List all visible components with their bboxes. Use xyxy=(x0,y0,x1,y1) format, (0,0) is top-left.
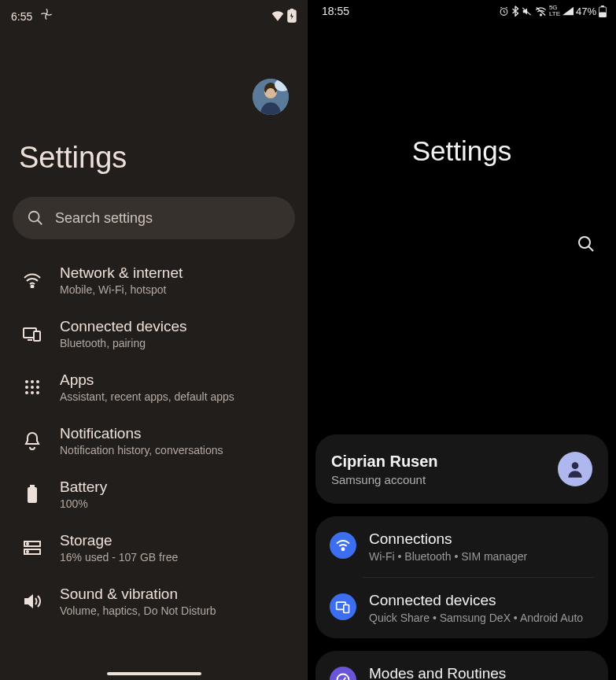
item-subtitle: Notification history, conversations xyxy=(60,444,223,456)
settings-item-connected-devices[interactable]: Connected devices Bluetooth, pairing xyxy=(0,307,308,360)
wifi-icon xyxy=(271,10,284,21)
svg-point-12 xyxy=(25,386,28,389)
status-time: 18:55 xyxy=(322,5,349,17)
item-label: Connections xyxy=(369,530,527,548)
battery-charging-icon xyxy=(287,9,297,23)
svg-point-23 xyxy=(27,551,28,552)
svg-rect-27 xyxy=(599,12,606,17)
settings-item-connected-devices[interactable]: Connected devices Quick Share • Samsung … xyxy=(315,578,608,638)
item-label: Sound & vibration xyxy=(60,586,216,603)
bluetooth-icon xyxy=(511,6,519,17)
settings-item-apps[interactable]: Apps Assistant, recent apps, default app… xyxy=(0,360,308,414)
item-subtitle: 100% xyxy=(60,497,107,510)
nav-bar-handle[interactable] xyxy=(107,672,201,675)
pixel-settings-screen: 6:55 Settings Search settings Network & … xyxy=(0,0,308,680)
item-subtitle: Quick Share • Samsung DeX • Android Auto xyxy=(369,612,583,624)
item-subtitle: 16% used - 107 GB free xyxy=(60,551,178,564)
svg-point-13 xyxy=(31,386,34,389)
battery-icon xyxy=(22,484,42,504)
page-title: Settings xyxy=(308,17,616,167)
wifi-icon xyxy=(330,532,356,559)
item-label: Storage xyxy=(60,532,178,549)
item-subtitle: Volume, haptics, Do Not Disturb xyxy=(60,604,216,617)
svg-point-5 xyxy=(29,212,39,222)
svg-point-9 xyxy=(25,380,28,383)
settings-item-modes[interactable]: Modes and Routines Modes • Routines xyxy=(315,651,608,680)
settings-group-connections: Connections Wi-Fi • Bluetooth • SIM mana… xyxy=(315,516,608,638)
devices-icon xyxy=(22,323,42,344)
svg-rect-8 xyxy=(34,331,40,341)
svg-point-11 xyxy=(36,380,39,383)
svg-point-31 xyxy=(341,548,344,550)
battery-text: 47% xyxy=(576,6,596,17)
svg-point-10 xyxy=(31,380,34,383)
svg-point-15 xyxy=(25,391,28,394)
svg-rect-28 xyxy=(601,6,604,7)
lte-indicator: 5GLTE xyxy=(549,5,560,17)
item-subtitle: Assistant, recent apps, default apps xyxy=(60,390,234,403)
bell-icon xyxy=(22,431,42,451)
item-label: Connected devices xyxy=(369,592,583,609)
account-subtitle: Samsung account xyxy=(331,473,438,486)
profile-avatar[interactable] xyxy=(253,79,289,115)
search-button[interactable] xyxy=(577,235,596,253)
settings-item-sound[interactable]: Sound & vibration Volume, haptics, Do No… xyxy=(0,575,308,628)
status-bar: 18:55 5GLTE 47% xyxy=(308,0,616,17)
svg-point-17 xyxy=(36,391,39,394)
settings-list: Network & internet Mobile, Wi-Fi, hotspo… xyxy=(0,239,308,628)
settings-item-network[interactable]: Network & internet Mobile, Wi-Fi, hotspo… xyxy=(0,253,308,307)
search-settings-input[interactable]: Search settings xyxy=(13,197,295,239)
settings-content: Ciprian Rusen Samsung account Connection… xyxy=(308,167,616,680)
svg-point-6 xyxy=(31,286,34,288)
storage-icon xyxy=(22,538,42,558)
item-subtitle: Wi-Fi • Bluetooth • SIM manager xyxy=(369,550,527,563)
status-bar: 6:55 xyxy=(0,0,308,23)
svg-point-14 xyxy=(36,386,39,389)
settings-item-battery[interactable]: Battery 100% xyxy=(0,468,308,521)
item-label: Battery xyxy=(60,479,107,496)
signal-icon xyxy=(563,6,574,16)
search-placeholder: Search settings xyxy=(55,210,153,227)
item-label: Network & internet xyxy=(60,264,183,282)
item-label: Connected devices xyxy=(60,318,187,335)
svg-rect-33 xyxy=(344,605,349,613)
battery-icon xyxy=(599,6,607,17)
svg-point-30 xyxy=(572,462,579,469)
apps-grid-icon xyxy=(22,377,42,397)
svg-point-34 xyxy=(338,674,349,681)
wifi-icon xyxy=(22,270,42,290)
item-label: Modes and Routines xyxy=(369,665,506,680)
item-label: Apps xyxy=(60,371,234,389)
search-icon xyxy=(27,209,44,227)
settings-item-connections[interactable]: Connections Wi-Fi • Bluetooth • SIM mana… xyxy=(315,516,608,577)
settings-group-modes: Modes and Routines Modes • Routines Soun… xyxy=(315,651,608,680)
settings-item-notifications[interactable]: Notifications Notification history, conv… xyxy=(0,414,308,468)
svg-rect-18 xyxy=(28,487,37,503)
svg-rect-1 xyxy=(290,9,293,10)
item-label: Notifications xyxy=(60,425,223,442)
account-avatar-icon xyxy=(558,452,592,486)
account-name: Ciprian Rusen xyxy=(331,453,438,471)
pinwheel-icon xyxy=(40,8,53,20)
svg-point-22 xyxy=(27,543,28,545)
item-subtitle: Bluetooth, pairing xyxy=(60,337,187,349)
svg-point-16 xyxy=(31,391,34,394)
alarm-icon xyxy=(499,6,509,17)
svg-point-29 xyxy=(579,237,590,248)
sound-icon xyxy=(22,591,42,612)
samsung-settings-screen: 18:55 5GLTE 47% Settings Ciprian Rusen S… xyxy=(308,0,616,680)
svg-rect-19 xyxy=(30,485,35,487)
item-subtitle: Mobile, Wi-Fi, hotspot xyxy=(60,283,183,296)
mute-icon xyxy=(522,6,533,17)
samsung-account-card[interactable]: Ciprian Rusen Samsung account xyxy=(315,434,608,504)
devices-icon xyxy=(330,593,356,620)
wifi-off-icon xyxy=(535,6,547,17)
status-time: 6:55 xyxy=(11,8,53,23)
svg-point-25 xyxy=(540,13,541,15)
modes-icon xyxy=(330,667,356,680)
settings-item-storage[interactable]: Storage 16% used - 107 GB free xyxy=(0,521,308,575)
